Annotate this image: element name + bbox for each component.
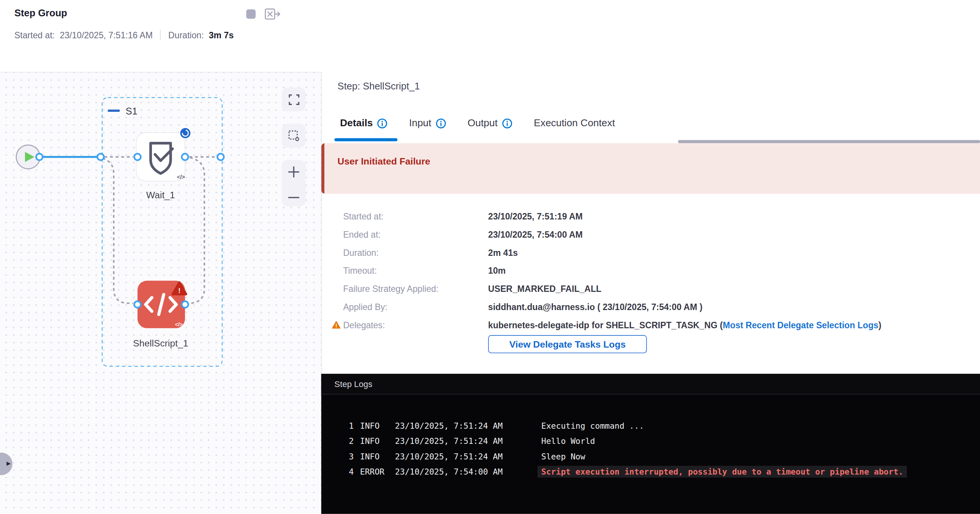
log-timestamp: 23/10/2025, 7:51:24 AM (395, 452, 517, 461)
zoom-out-button[interactable] (288, 195, 299, 200)
log-message: Hello World (541, 437, 595, 446)
warning-icon: ! (332, 321, 341, 329)
marquee-select-icon (288, 130, 299, 142)
execution-meta: Started at: 23/10/2025, 7:51:16 AM Durat… (14, 30, 234, 40)
abort-exit-icon[interactable] (264, 8, 281, 24)
connection-ports[interactable] (36, 154, 224, 307)
node-label-shellscript: ShellScript_1 (133, 338, 188, 349)
detail-value: USER_MARKED_FAIL_ALL (488, 283, 601, 293)
step-details-list: Started at:23/10/2025, 7:51:19 AMEnded a… (321, 207, 980, 334)
fullscreen-button[interactable] (282, 88, 306, 111)
detail-row: !Delegates:kubernetes-delegate-idp for S… (321, 316, 980, 334)
detail-row: Duration:2m 41s (321, 243, 980, 261)
log-timestamp: 23/10/2025, 7:51:24 AM (395, 437, 517, 446)
detail-value: siddhant.dua@harness.io ( 23/10/2025, 7:… (488, 302, 703, 312)
tab-details[interactable]: Details (340, 118, 388, 129)
view-delegate-tasks-logs-button[interactable]: View Delegate Tasks Logs (488, 335, 647, 353)
detail-label: Applied By: (343, 302, 488, 312)
failure-banner: User Initiated Failure (321, 143, 980, 194)
duration-value: 3m 7s (209, 30, 234, 40)
tab-input[interactable]: Input (409, 118, 446, 129)
detail-label: Duration: (343, 247, 488, 257)
detail-value: 23/10/2025, 7:51:19 AM (488, 211, 582, 221)
failure-banner-text: User Initiated Failure (338, 155, 431, 166)
log-message: Script execution interrupted, possibly d… (538, 466, 907, 477)
chevron-right-icon: ▸ (6, 458, 11, 468)
detail-value: 23/10/2025, 7:54:00 AM (488, 229, 582, 239)
stop-icon[interactable] (246, 10, 256, 19)
step-logs-console[interactable]: Step Logs 1INFO23/10/2025, 7:51:24 AMExe… (321, 374, 980, 514)
detail-label: Timeout: (343, 265, 488, 275)
log-level: INFO (360, 452, 389, 461)
tab-execution-context[interactable]: Execution Context (534, 118, 615, 129)
log-line-number: 4 (344, 467, 353, 476)
pipeline-canvas[interactable]: S1 </> (0, 72, 322, 514)
log-level: INFO (360, 437, 389, 446)
log-message: Sleep Now (541, 452, 585, 461)
detail-value: 2m 41s (488, 247, 518, 257)
info-icon[interactable] (502, 118, 513, 129)
step-logs-title: Step Logs (334, 379, 372, 388)
zoom-controls (282, 160, 306, 206)
log-line-number: 2 (344, 437, 353, 446)
svg-text:!: ! (178, 287, 180, 294)
failure-banner-accent (321, 143, 325, 194)
detail-row: Started at:23/10/2025, 7:51:19 AM (321, 207, 980, 225)
log-line: 3INFO23/10/2025, 7:51:24 AMSleep Now (321, 449, 980, 464)
tab-label: Execution Context (534, 118, 615, 129)
meta-divider (160, 30, 161, 40)
duration-label: Duration: (168, 30, 204, 40)
step-logs-header: Step Logs (321, 374, 980, 394)
running-status-badge (180, 127, 191, 139)
delegate-selection-logs-link[interactable]: Most Recent Delegate Selection Logs (723, 320, 878, 330)
tab-output[interactable]: Output (468, 118, 513, 129)
log-message: Executing command ... (541, 421, 644, 431)
node-label-wait: Wait_1 (146, 190, 175, 200)
tab-label: Output (468, 118, 498, 129)
node-shellscript-1[interactable]: </> ! ShellScript_1 (133, 281, 188, 349)
log-level: INFO (360, 421, 389, 431)
svg-text:!: ! (336, 323, 337, 329)
marquee-select-button[interactable] (282, 124, 306, 148)
tab-label: Details (340, 118, 373, 129)
detail-value: kubernetes-delegate-idp for SHELL_SCRIPT… (488, 320, 881, 330)
started-at-value: 23/10/2025, 7:51:16 AM (60, 30, 153, 40)
log-line-number: 1 (344, 421, 353, 431)
fullscreen-icon (288, 94, 299, 105)
step-tabs: Details Input Output Execution Context (340, 118, 615, 129)
detail-label: Failure Strategy Applied: (343, 283, 488, 293)
detail-value: 10m (488, 265, 506, 275)
log-line: 2INFO23/10/2025, 7:51:24 AMHello World (321, 434, 980, 449)
detail-label: Ended at: (343, 229, 488, 239)
info-icon[interactable] (436, 118, 446, 129)
group-label: S1 (126, 106, 137, 116)
info-icon[interactable] (377, 118, 388, 129)
template-code-icon: </> (175, 321, 183, 328)
step-group-execution-screen: Step Group Started at: 23/10/2025, 7:51:… (0, 0, 980, 514)
started-at-label: Started at: (14, 30, 55, 40)
log-line: 4ERROR23/10/2025, 7:54:00 AMScript execu… (321, 464, 980, 479)
active-tab-indicator (334, 138, 398, 141)
log-line: 1INFO23/10/2025, 7:51:24 AMExecuting com… (321, 418, 980, 433)
log-timestamp: 23/10/2025, 7:51:24 AM (395, 421, 517, 431)
log-lines: 1INFO23/10/2025, 7:51:24 AMExecuting com… (321, 395, 980, 479)
detail-row: Ended at:23/10/2025, 7:54:00 AM (321, 225, 980, 243)
log-timestamp: 23/10/2025, 7:54:00 AM (395, 467, 517, 476)
template-code-icon: </> (177, 174, 185, 180)
detail-row: Timeout:10m (321, 261, 980, 279)
horizontal-scrollbar[interactable] (678, 140, 980, 143)
detail-label: Started at: (343, 211, 488, 221)
log-level: ERROR (360, 467, 389, 476)
detail-label: Delegates: (343, 320, 488, 330)
step-panel-title: Step: ShellScript_1 (338, 81, 420, 92)
tab-label: Input (409, 118, 431, 129)
node-wait-1[interactable]: </> Wait_1 (137, 127, 191, 200)
detail-row: Failure Strategy Applied:USER_MARKED_FAI… (321, 279, 980, 298)
page-title: Step Group (14, 8, 67, 19)
log-line-number: 3 (344, 452, 353, 461)
zoom-in-button[interactable] (288, 166, 299, 178)
detail-row: Applied By:siddhant.dua@harness.io ( 23/… (321, 298, 980, 316)
